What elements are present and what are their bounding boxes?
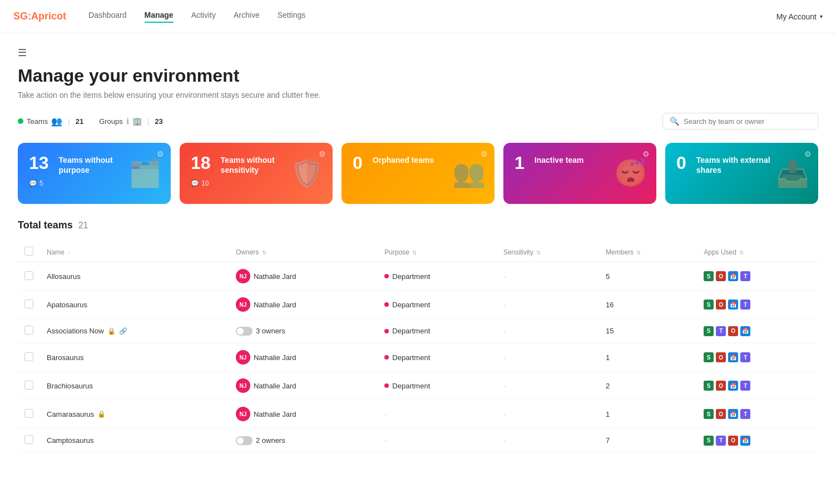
purpose-label-2: Department xyxy=(392,327,430,335)
app-icon-5-0: S xyxy=(704,409,714,419)
card-without-purpose[interactable]: ⚙ 13 Teams without purpose 💬 5 🗂️ xyxy=(18,143,171,204)
row-checkbox-6[interactable] xyxy=(24,435,33,444)
owner-avatar-1: NJ xyxy=(236,297,250,312)
card-settings-icon-4[interactable]: ⚙ xyxy=(804,149,812,158)
team-name[interactable]: Barosaurus xyxy=(47,353,83,362)
card-orphaned[interactable]: ⚙ 0 Orphaned teams 👥 xyxy=(342,143,494,204)
col-checkbox xyxy=(18,242,40,262)
app-icon-6-2: O xyxy=(728,436,738,446)
purpose-dot-0 xyxy=(384,274,389,278)
owner-name-2: 3 owners xyxy=(256,327,285,335)
team-name[interactable]: Camarasaurus xyxy=(47,410,94,418)
sensitivity-3: - xyxy=(503,353,506,362)
team-name[interactable]: Associations Now xyxy=(47,327,104,335)
purpose-dash-5: - xyxy=(384,410,387,418)
apps-cell-3: SO📅T xyxy=(704,352,812,362)
row-checkbox-5[interactable] xyxy=(24,409,33,418)
groups-office-icon: 🏢 xyxy=(132,117,142,126)
owner-name-1: Nathalie Jard xyxy=(254,301,296,309)
team-name[interactable]: Allosaurus xyxy=(47,272,81,281)
owner-toggle-2[interactable] xyxy=(236,327,253,336)
owner-name-3: Nathalie Jard xyxy=(254,353,296,362)
card-without-sensitivity[interactable]: ⚙ 18 Teams without sensitivity 💬 10 🛡️ xyxy=(180,143,333,204)
app-icon-3-2: 📅 xyxy=(728,352,738,362)
app-icon-6-0: S xyxy=(704,436,714,446)
teams-icon: 👥 xyxy=(51,116,62,127)
card-sub-count-1: 10 xyxy=(201,179,209,187)
filter-toggle-icon[interactable]: ☰ xyxy=(18,47,818,59)
sensitivity-5: - xyxy=(503,410,506,418)
row-checkbox-2[interactable] xyxy=(24,326,33,335)
lock-icon: 🔒 xyxy=(97,410,106,418)
my-account-button[interactable]: My Account ▾ xyxy=(776,12,823,21)
app-icon-0-2: 📅 xyxy=(728,271,738,281)
col-sensitivity[interactable]: Sensitivity ⇅ xyxy=(497,242,599,262)
owner-cell-5: NJNathalie Jard xyxy=(236,407,371,421)
apps-cell-2: STO📅 xyxy=(704,326,812,336)
logo: SG:Apricot xyxy=(13,11,66,22)
team-name[interactable]: Apatosaurus xyxy=(47,301,87,309)
team-name[interactable]: Camptosaurus xyxy=(47,436,94,445)
search-box[interactable]: 🔍 xyxy=(662,113,818,129)
row-checkbox-1[interactable] xyxy=(24,300,33,308)
table-row: AllosaurusNJNathalie JardDepartment-5SO📅… xyxy=(18,262,818,291)
card-settings-icon-2[interactable]: ⚙ xyxy=(481,149,488,158)
col-members[interactable]: Members ⇅ xyxy=(599,242,697,262)
card-inactive[interactable]: ⚙ 1 Inactive team 😴 xyxy=(503,143,656,204)
members-6: 7 xyxy=(599,428,697,453)
nav-archive[interactable]: Archive xyxy=(234,11,260,23)
team-name[interactable]: Brachiosaurus xyxy=(47,382,93,390)
page-title: Manage your environment xyxy=(18,66,818,86)
nav-dashboard[interactable]: Dashboard xyxy=(88,11,127,23)
col-apps[interactable]: Apps Used ⇅ xyxy=(697,242,818,262)
row-checkbox-4[interactable] xyxy=(24,381,33,390)
owner-avatar-5: NJ xyxy=(236,407,250,421)
name-sort-icon: ↓ xyxy=(67,249,70,256)
teams-label: Teams xyxy=(27,117,48,126)
purpose-cell-1: Department xyxy=(384,301,490,309)
app-icon-6-1: T xyxy=(716,436,726,446)
nav-activity[interactable]: Activity xyxy=(191,11,216,23)
table-row: BrachiosaurusNJNathalie JardDepartment-2… xyxy=(18,372,818,400)
card-external-shares[interactable]: ⚙ 0 Teams with external shares 📤 xyxy=(665,143,818,204)
search-icon: 🔍 xyxy=(670,117,679,126)
row-name-0: Allosaurus xyxy=(47,272,222,281)
search-input[interactable] xyxy=(684,117,811,126)
purpose-cell-2: Department xyxy=(384,327,490,335)
card-settings-icon-0[interactable]: ⚙ xyxy=(157,149,164,158)
section-title: Total teams 21 xyxy=(18,219,818,231)
nav-settings[interactable]: Settings xyxy=(278,11,306,23)
row-checkbox-3[interactable] xyxy=(24,352,33,361)
owner-cell-2: 3 owners xyxy=(236,327,371,336)
owner-name-4: Nathalie Jard xyxy=(254,382,296,390)
purpose-cell-3: Department xyxy=(384,353,490,362)
app-icon-4-3: T xyxy=(740,381,750,391)
card-label-1: Teams without sensitivity xyxy=(221,155,299,175)
table-row: BarosaurusNJNathalie JardDepartment-1SO📅… xyxy=(18,343,818,372)
app-icon-3-0: S xyxy=(704,352,714,362)
owner-avatar-3: NJ xyxy=(236,350,250,365)
row-name-5: Camarasaurus🔒 xyxy=(47,410,222,418)
card-settings-icon-3[interactable]: ⚙ xyxy=(642,149,650,158)
card-settings-icon-1[interactable]: ⚙ xyxy=(319,149,326,158)
members-3: 1 xyxy=(599,343,697,372)
col-name[interactable]: Name ↓ xyxy=(40,242,229,262)
row-checkbox-0[interactable] xyxy=(24,271,33,280)
groups-filter-chip[interactable]: Groups ℹ 🏢 | 23 xyxy=(99,117,163,126)
nav-manage[interactable]: Manage xyxy=(145,11,174,23)
sensitivity-4: - xyxy=(503,382,506,390)
app-icon-4-1: O xyxy=(716,381,726,391)
card-art-1: 🛡️ xyxy=(290,158,324,189)
app-icon-0-3: T xyxy=(740,271,750,281)
select-all-checkbox[interactable] xyxy=(24,247,33,256)
owner-cell-3: NJNathalie Jard xyxy=(236,350,371,365)
teams-filter-chip[interactable]: Teams 👥 | 21 xyxy=(18,116,83,127)
card-art-4: 📤 xyxy=(776,158,809,189)
owner-toggle-6[interactable] xyxy=(236,436,253,445)
col-purpose[interactable]: Purpose ⇅ xyxy=(378,242,497,262)
purpose-dot-4 xyxy=(384,383,389,388)
col-owners[interactable]: Owners ⇅ xyxy=(229,242,378,262)
purpose-label-3: Department xyxy=(392,353,430,362)
purpose-dot-3 xyxy=(384,355,389,360)
owner-cell-4: NJNathalie Jard xyxy=(236,378,371,393)
